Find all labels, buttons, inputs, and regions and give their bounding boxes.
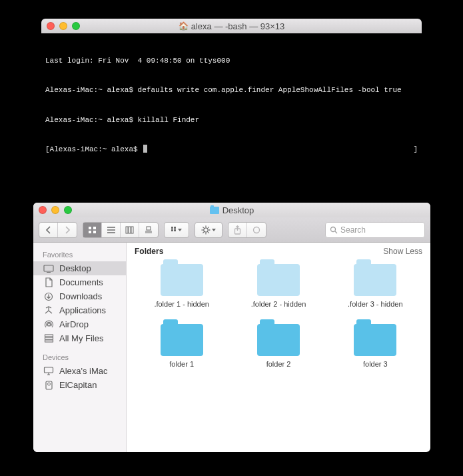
- desktop-icon: [43, 265, 55, 273]
- applications-icon: [43, 306, 55, 315]
- folder-item[interactable]: folder 2: [230, 324, 326, 368]
- finder-toolbar: Search: [33, 217, 430, 243]
- terminal-prompt-line: [Alexas-iMac:~ alexa$ ]: [45, 145, 418, 155]
- svg-point-29: [331, 227, 336, 231]
- tags-button[interactable]: [247, 223, 266, 237]
- icon-view-button[interactable]: [83, 223, 102, 237]
- svg-rect-9: [131, 227, 133, 233]
- allmyfiles-icon: [43, 334, 55, 343]
- finder-window: Desktop: [33, 203, 430, 452]
- search-placeholder: Search: [340, 225, 366, 235]
- folder-icon: [354, 324, 396, 356]
- finder-titlebar[interactable]: Desktop: [33, 203, 430, 217]
- folder-label: .folder 3 - hidden: [348, 300, 403, 308]
- home-icon: 🏠: [179, 21, 189, 31]
- sidebar-item-label: Documents: [59, 277, 103, 287]
- sidebar-item-elcapitan[interactable]: ElCapitan: [33, 378, 126, 392]
- sidebar-item-desktop[interactable]: Desktop: [33, 261, 126, 275]
- svg-rect-2: [89, 231, 91, 233]
- sidebar-item-downloads[interactable]: Downloads: [33, 289, 126, 303]
- terminal-line: Alexas-iMac:~ alexa$ killall Finder: [45, 115, 418, 125]
- svg-line-24: [203, 232, 203, 233]
- content-area[interactable]: Folders Show Less .folder 1 - hidden .fo…: [127, 243, 430, 452]
- folder-item[interactable]: .folder 2 - hidden: [230, 264, 326, 308]
- nav-group: [39, 222, 77, 238]
- disk-icon: [43, 381, 55, 390]
- svg-rect-16: [174, 229, 176, 231]
- svg-rect-37: [45, 337, 53, 339]
- folder-icon: [354, 264, 396, 296]
- folder-icon: [161, 264, 203, 296]
- finder-body: Favorites Desktop Documents Downloads Ap…: [33, 243, 430, 452]
- folder-grid: .folder 1 - hidden .folder 2 - hidden .f…: [127, 260, 430, 377]
- list-view-button[interactable]: [102, 223, 121, 237]
- sidebar-item-label: Desktop: [59, 263, 91, 273]
- finder-title: Desktop: [33, 205, 430, 215]
- folder-label: .folder 2 - hidden: [251, 300, 306, 308]
- sidebar-item-label: All My Files: [59, 333, 103, 343]
- svg-rect-3: [93, 231, 96, 233]
- forward-button[interactable]: [58, 223, 77, 237]
- sidebar: Favorites Desktop Documents Downloads Ap…: [33, 243, 127, 452]
- show-less-button[interactable]: Show Less: [383, 247, 422, 256]
- sidebar-item-label: Alexa's iMac: [59, 366, 108, 376]
- view-group: [83, 222, 159, 238]
- action-group: [195, 222, 223, 238]
- terminal-line: Last login: Fri Nov 4 09:48:50 on ttys00…: [45, 56, 418, 66]
- svg-rect-38: [45, 340, 53, 342]
- terminal-body[interactable]: Last login: Fri Nov 4 09:48:50 on ttys00…: [41, 33, 422, 177]
- folder-item[interactable]: folder 3: [327, 324, 424, 368]
- terminal-titlebar[interactable]: 🏠 alexa — -bash — 93×13: [41, 19, 422, 33]
- svg-rect-31: [44, 265, 53, 271]
- terminal-bracket: ]: [413, 145, 418, 155]
- arrange-group: [164, 222, 189, 238]
- terminal-cursor: [143, 145, 147, 153]
- svg-point-28: [254, 227, 260, 233]
- terminal-line: Alexas-iMac:~ alexa$ defaults write com.…: [45, 85, 418, 95]
- sidebar-item-label: Downloads: [59, 291, 102, 301]
- folder-item[interactable]: .folder 1 - hidden: [133, 264, 230, 308]
- arrange-button[interactable]: [165, 223, 189, 237]
- terminal-title: 🏠 alexa — -bash — 93×13: [41, 21, 422, 31]
- folder-label: folder 1: [169, 360, 194, 368]
- coverflow-view-button[interactable]: [139, 223, 158, 237]
- sidebar-item-applications[interactable]: Applications: [33, 303, 126, 317]
- downloads-icon: [43, 292, 55, 301]
- section-title: Folders: [135, 247, 163, 256]
- sidebar-item-documents[interactable]: Documents: [33, 275, 126, 289]
- folder-icon: [161, 324, 203, 356]
- folder-icon: [257, 264, 300, 296]
- svg-rect-39: [45, 367, 53, 373]
- folder-item[interactable]: .folder 3 - hidden: [327, 264, 424, 308]
- search-icon: [330, 226, 338, 234]
- svg-line-22: [203, 227, 203, 227]
- folder-icon: [210, 207, 219, 214]
- svg-line-30: [335, 231, 337, 233]
- action-button[interactable]: [195, 223, 222, 237]
- section-header: Folders Show Less: [127, 243, 430, 260]
- sidebar-item-label: ElCapitan: [59, 380, 97, 390]
- folder-label: folder 3: [363, 360, 388, 368]
- svg-rect-8: [129, 227, 131, 233]
- search-field[interactable]: Search: [325, 222, 425, 238]
- svg-rect-1: [93, 227, 96, 229]
- sidebar-section-devices: Devices: [33, 351, 126, 364]
- svg-rect-10: [147, 227, 151, 230]
- share-button[interactable]: [229, 223, 247, 237]
- svg-rect-36: [45, 335, 53, 337]
- folder-item[interactable]: folder 1: [133, 324, 230, 368]
- terminal-prompt: [Alexas-iMac:~ alexa$: [45, 145, 138, 153]
- svg-point-43: [47, 383, 50, 385]
- column-view-button[interactable]: [121, 223, 139, 237]
- sidebar-item-airdrop[interactable]: AirDrop: [33, 317, 126, 331]
- imac-icon: [43, 367, 55, 375]
- folder-label: folder 2: [266, 360, 291, 368]
- back-button[interactable]: [39, 223, 58, 237]
- documents-icon: [43, 277, 55, 287]
- sidebar-item-allmyfiles[interactable]: All My Files: [33, 331, 126, 345]
- svg-rect-15: [171, 229, 173, 231]
- svg-rect-13: [171, 227, 173, 229]
- finder-title-text: Desktop: [223, 205, 254, 215]
- sidebar-item-imac[interactable]: Alexa's iMac: [33, 364, 126, 378]
- svg-point-35: [47, 323, 50, 326]
